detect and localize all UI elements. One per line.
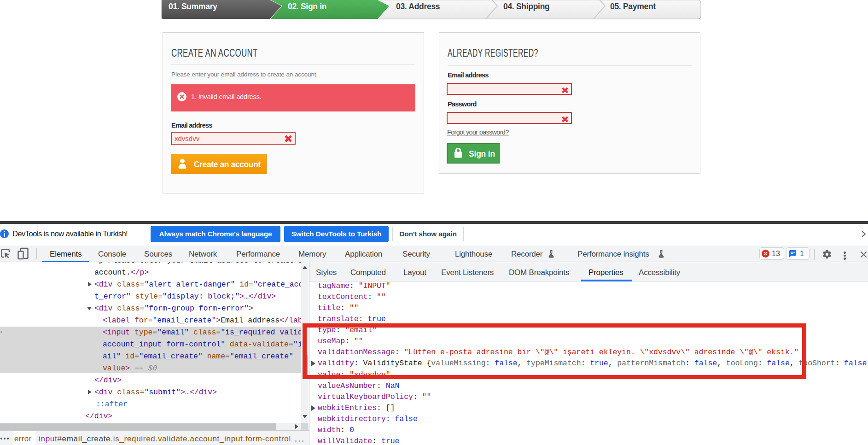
- svg-text:04. Shipping: 04. Shipping: [503, 2, 549, 11]
- svg-text:03. Address: 03. Address: [396, 2, 440, 11]
- svg-text:02. Sign in: 02. Sign in: [288, 2, 326, 11]
- svg-text:01. Summary: 01. Summary: [169, 2, 217, 11]
- svg-text:05. Payment: 05. Payment: [610, 2, 656, 11]
